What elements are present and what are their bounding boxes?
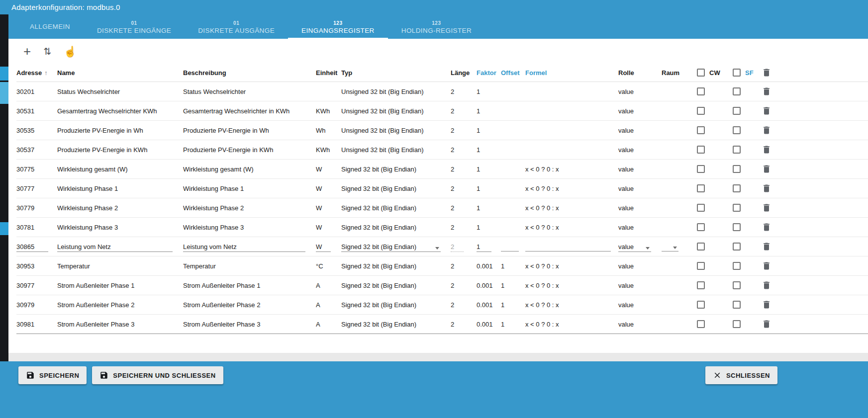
tab-diskrete-eingaenge[interactable]: 01 DISKRETE EINGÄNGE [84, 14, 185, 39]
import-export-icon[interactable]: ⇅ [43, 47, 51, 56]
adresse-input[interactable]: 30865 [16, 241, 48, 252]
sf-checkbox[interactable] [733, 320, 741, 328]
column-header-raum[interactable]: Raum [662, 69, 695, 77]
column-header-einheit[interactable]: Einheit [316, 69, 341, 77]
einheit-input[interactable]: W [316, 241, 331, 252]
table-row[interactable]: 30981Strom Außenleiter Phase 3Strom Auße… [16, 315, 868, 334]
dropdown-caret-icon [673, 247, 677, 249]
delete-row-button[interactable] [762, 125, 772, 135]
pointer-hand-icon[interactable]: ☝ [64, 46, 77, 57]
cw-checkbox[interactable] [697, 204, 705, 212]
tab-holding-register[interactable]: 123 HOLDING-REGISTER [388, 14, 485, 39]
tab-allgemein[interactable]: ALLGEMEIN [16, 14, 84, 39]
tab-diskrete-ausgaenge[interactable]: 01 DISKRETE AUSGÄNGE [185, 14, 288, 39]
offset-input[interactable] [501, 241, 519, 251]
cell-einheit: W [316, 185, 341, 192]
table-row[interactable]: 30977Strom Außenleiter Phase 1Strom Auße… [16, 276, 868, 295]
delete-row-button[interactable] [762, 183, 772, 193]
table-row[interactable]: 30535Produzierte PV-Energie in WhProduzi… [16, 121, 868, 140]
column-header-formel[interactable]: Formel [525, 69, 618, 77]
cw-checkbox[interactable] [697, 262, 705, 270]
beschreibung-input[interactable]: Leistung vom Netz [183, 241, 305, 252]
table-row[interactable]: 30537Produzierte PV-Energie in KWhProduz… [16, 140, 868, 160]
table-row[interactable]: 30775Wirkleistung gesamt (W)Wirkleistung… [16, 160, 868, 179]
column-header-typ[interactable]: Typ [341, 69, 451, 77]
table-row[interactable]: 30865Leistung vom NetzLeistung vom NetzW… [16, 237, 868, 256]
sf-checkbox[interactable] [733, 281, 741, 289]
cell-einheit: W [316, 224, 341, 231]
table-row[interactable]: 30201Status WechselrichterStatus Wechsel… [16, 82, 868, 101]
column-header-beschreibung[interactable]: Beschreibung [183, 69, 316, 77]
cell-faktor: 1 [477, 224, 501, 231]
sf-checkbox[interactable] [733, 107, 741, 115]
cw-checkbox[interactable] [697, 223, 705, 231]
delete-row-button[interactable] [762, 222, 772, 232]
sf-all-checkbox[interactable] [733, 69, 741, 77]
delete-row-button[interactable] [762, 319, 772, 329]
sf-checkbox[interactable] [733, 87, 741, 95]
column-header-offset[interactable]: Offset [501, 69, 525, 77]
table-row[interactable]: 30979Strom Außenleiter Phase 2Strom Auße… [16, 295, 868, 315]
delete-row-button[interactable] [762, 203, 772, 213]
cw-checkbox[interactable] [697, 281, 705, 289]
save-close-button[interactable]: SPEICHERN UND SCHLIESSEN [92, 366, 223, 384]
cw-checkbox[interactable] [697, 301, 705, 309]
delete-row-button[interactable] [762, 164, 772, 174]
cell-rolle: value [618, 321, 662, 328]
laenge-input[interactable]: 2 [451, 241, 464, 252]
table-row[interactable]: 30779Wirkleistung Phase 2Wirkleistung Ph… [16, 198, 868, 218]
table-row[interactable]: 30777Wirkleistung Phase 1Wirkleistung Ph… [16, 179, 868, 198]
sf-checkbox[interactable] [733, 243, 741, 251]
sf-checkbox[interactable] [733, 126, 741, 134]
delete-row-button[interactable] [762, 261, 772, 271]
column-header-adresse[interactable]: Adresse↑ [16, 69, 57, 77]
delete-row-button[interactable] [762, 300, 772, 310]
name-input[interactable]: Leistung vom Netz [57, 241, 173, 252]
cell-beschreibung: Strom Außenleiter Phase 1 [183, 282, 316, 289]
cw-checkbox[interactable] [697, 243, 705, 251]
faktor-input[interactable]: 1 [477, 241, 491, 252]
cell-typ: Signed 32 bit (Big Endian) [341, 224, 451, 231]
sf-checkbox[interactable] [733, 165, 741, 173]
cell-cw [695, 126, 731, 135]
sf-checkbox[interactable] [733, 223, 741, 231]
column-header-faktor[interactable]: Faktor [477, 69, 501, 77]
table-row[interactable]: 30953TemperaturTemperatur°CSigned 32 bit… [16, 256, 868, 276]
cw-checkbox[interactable] [697, 87, 705, 95]
cw-checkbox[interactable] [697, 107, 705, 115]
cw-checkbox[interactable] [697, 184, 705, 192]
delete-row-button[interactable] [762, 86, 772, 96]
cell-delete [759, 319, 776, 329]
sf-checkbox[interactable] [733, 301, 741, 309]
delete-row-button[interactable] [762, 280, 772, 290]
cw-checkbox[interactable] [697, 126, 705, 134]
delete-row-button[interactable] [762, 145, 772, 155]
delete-row-button[interactable] [762, 106, 772, 116]
cw-checkbox[interactable] [697, 320, 705, 328]
raum-select[interactable] [662, 241, 678, 251]
save-button-label: SPEICHERN [39, 372, 79, 379]
column-header-rolle[interactable]: Rolle [618, 69, 662, 77]
sf-checkbox[interactable] [733, 204, 741, 212]
typ-select[interactable]: Signed 32 bit (Big Endian) [341, 241, 441, 252]
background-sidebar [0, 14, 8, 361]
table-row[interactable]: 30781Wirkleistung Phase 3Wirkleistung Ph… [16, 218, 868, 237]
table-row[interactable]: 30531Gesamtertrag Wechselrichter KWhGesa… [16, 101, 868, 121]
sf-checkbox[interactable] [733, 146, 741, 154]
add-row-icon[interactable]: + [23, 45, 31, 58]
save-button[interactable]: SPEICHERN [18, 366, 87, 384]
cw-checkbox[interactable] [697, 146, 705, 154]
formel-input[interactable] [525, 241, 611, 251]
trash-icon[interactable] [762, 68, 772, 78]
cw-all-checkbox[interactable] [697, 69, 705, 77]
cell-name: Wirkleistung Phase 3 [57, 224, 183, 231]
rolle-select[interactable]: value [618, 241, 651, 252]
sf-checkbox[interactable] [733, 184, 741, 192]
tab-eingangsregister[interactable]: 123 EINGANGSREGISTER [288, 14, 388, 39]
close-button[interactable]: SCHLIESSEN [705, 366, 777, 384]
sf-checkbox[interactable] [733, 262, 741, 270]
delete-row-button[interactable] [762, 242, 772, 251]
column-header-laenge[interactable]: Länge [451, 69, 477, 77]
cw-checkbox[interactable] [697, 165, 705, 173]
column-header-name[interactable]: Name [57, 69, 183, 77]
